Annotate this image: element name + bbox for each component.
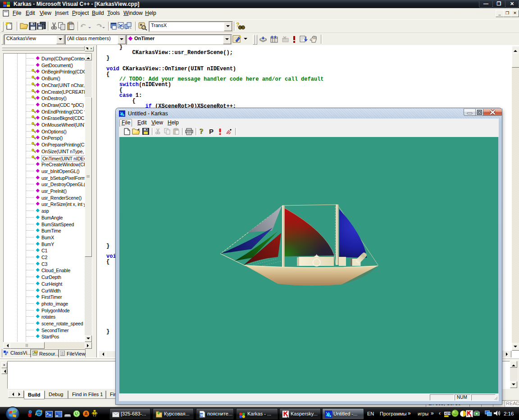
svg-text:A: A: [84, 411, 88, 416]
svg-text:P: P: [209, 128, 214, 135]
svg-text:43%: 43%: [445, 411, 451, 415]
svg-text:W: W: [200, 413, 204, 417]
svg-text:?: ?: [200, 127, 204, 136]
